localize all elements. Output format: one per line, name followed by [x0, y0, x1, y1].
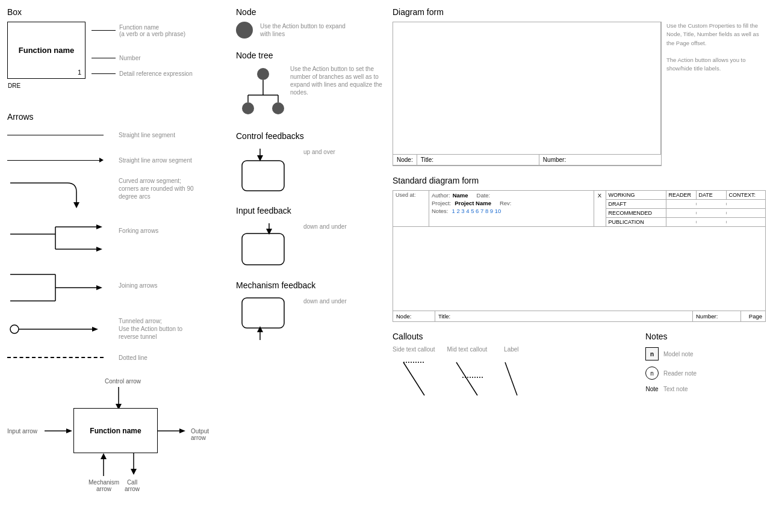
std-used-at: Used at:	[396, 192, 426, 198]
std-mid-author-row: Author: Name Date:	[432, 192, 591, 199]
form-footer-node: Node:	[393, 155, 417, 165]
mechanism-arrow-svg	[98, 453, 110, 477]
function-box-name: Function name	[90, 427, 141, 435]
arrow-row-straight-line: Straight line segment	[7, 126, 230, 143]
reader-note-label: Reader note	[663, 370, 697, 377]
node-desc: Use the Action button to expand with lin…	[260, 22, 356, 38]
box-labels: Function name (a verb or a verb phrase) …	[92, 22, 193, 79]
std-project-name: Project Name	[455, 200, 491, 206]
arrow-diagram-straight	[7, 135, 119, 135]
callouts-col: Callouts Side text callout Mid text call…	[393, 332, 633, 398]
svg-rect-39	[242, 234, 284, 265]
svg-marker-4	[96, 224, 102, 229]
diagram-form-notes: Use the Custom Properties to fill the No…	[666, 22, 766, 166]
node-tree-svg	[236, 65, 284, 119]
node-circle	[236, 22, 253, 39]
arrow-row-forking: Forking arrows	[7, 222, 230, 261]
control-feedbacks-title: Control feedbacks	[236, 131, 386, 141]
reader-note-box: n	[645, 367, 659, 380]
arrow-row-tunneled: Tunneled arrow;Use the Action button tor…	[7, 317, 230, 341]
function-diagram: Control arrow Function name Input arrow …	[7, 378, 224, 489]
std-author-label: Author:	[432, 192, 450, 199]
model-note-box: n	[645, 347, 659, 360]
input-feedback-row: down and under	[236, 220, 386, 268]
svg-point-14	[10, 325, 19, 333]
std-mid-project-row: Project: Project Name Rev:	[432, 200, 591, 206]
input-feedback-title: Input feedback	[236, 206, 386, 215]
control-feedback-row: up and over	[236, 146, 386, 194]
node-tree-row: Use the Action button to set the number …	[236, 65, 386, 119]
mid-callout-svg	[450, 356, 483, 398]
std-footer-number: Number:	[693, 311, 741, 321]
arrow-label-tunneled: Tunneled arrow;Use the Action button tor…	[119, 317, 182, 341]
arrow-label-straight: Straight line segment	[119, 131, 175, 139]
label-line-function	[92, 30, 116, 31]
box-dre: DRE	[8, 82, 20, 89]
std-col-x: X	[594, 191, 606, 226]
svg-marker-0	[73, 202, 79, 208]
std-draft-date	[697, 203, 727, 205]
box-function-name: Function name	[19, 46, 74, 55]
mechanism-feedback-label: down and under	[303, 298, 347, 305]
arrows-title: Arrows	[7, 112, 230, 122]
label-callout-label: Label	[504, 346, 518, 353]
svg-point-33	[272, 102, 284, 114]
model-note-row: n Model note	[645, 347, 766, 360]
std-mid-notes-row: Notes: 1 2 3 4 5 6 7 8 9 10	[432, 208, 591, 214]
call-arrow-label: Callarrow	[125, 479, 140, 492]
node-section: Node Use the Action button to expand wit…	[236, 7, 386, 39]
node-title: Node	[236, 7, 386, 17]
std-notes-numbers: 1 2 3 4 5 6 7 8 9 10	[452, 208, 501, 214]
node-tree-title: Node tree	[236, 51, 386, 60]
std-working-reader: READER	[666, 191, 697, 199]
joining-svg	[7, 270, 119, 309]
diagram-form-title: Diagram form	[393, 7, 766, 17]
control-feedback-diagram	[236, 146, 296, 194]
notes-col: Notes n Model note n Reader note	[645, 332, 766, 398]
std-col-right: WORKING READER DATE CONTEXT: DRAFT	[606, 191, 766, 226]
label-row-function: Function name (a verb or a verb phrase)	[92, 24, 193, 37]
arrow-row-dotted: Dotted line	[7, 349, 230, 366]
std-working-date: DATE	[697, 191, 727, 199]
node-row: Use the Action button to expand with lin…	[236, 22, 386, 39]
std-author-name: Name	[453, 192, 468, 199]
text-note-word: Note	[645, 386, 659, 392]
control-feedback-label: up and over	[303, 149, 335, 155]
form-footer: Node: Title: Number:	[393, 155, 661, 165]
mechanism-feedback-title: Mechanism feedback	[236, 280, 386, 290]
label-callout-svg	[499, 356, 523, 398]
control-arrow-svg	[113, 387, 125, 411]
input-feedback-label: down and under	[303, 223, 347, 230]
svg-line-47	[505, 362, 517, 395]
arrow-row-curved: Curved arrow segment;corners are rounded…	[7, 177, 230, 210]
std-recommended-date	[697, 212, 727, 214]
diagram-form-layout: Node: Title: Number: Use the Custom Prop…	[393, 22, 766, 166]
input-arrow-svg	[45, 425, 75, 437]
label-line-dre	[92, 73, 116, 74]
node-tree-desc: Use the Action button to set the number …	[290, 65, 386, 96]
arrow-label-curved: Curved arrow segment;corners are rounded…	[119, 177, 194, 200]
call-arrow-svg	[128, 453, 140, 477]
svg-marker-22	[179, 428, 185, 433]
text-note-label: Text note	[663, 386, 688, 392]
mechanism-feedback-svg	[236, 295, 296, 343]
svg-line-43	[403, 362, 424, 395]
svg-rect-42	[242, 298, 284, 328]
idef-box: Function name 1 DRE	[7, 22, 85, 79]
svg-marker-26	[131, 469, 137, 475]
std-recommended-context	[727, 212, 766, 214]
std-right-row-publication: PUBLICATION	[606, 218, 766, 226]
std-draft-label: DRAFT	[606, 200, 666, 208]
callouts-title: Callouts	[393, 332, 633, 341]
arrow-label-dotted: Dotted line	[119, 354, 147, 362]
svg-line-45	[456, 362, 477, 395]
form-main-area	[393, 22, 661, 155]
label-text-number: Number	[119, 55, 141, 61]
function-box-diagram: Function name	[73, 408, 158, 453]
arrow-diagram-arrow	[7, 158, 119, 162]
arrow-diagram-tunneled	[7, 323, 119, 335]
std-footer-title: Title:	[435, 311, 693, 321]
dotted-line	[7, 357, 104, 358]
std-col-used-at: Used at:	[393, 191, 429, 226]
side-callout-label: Side text callout	[393, 346, 435, 353]
